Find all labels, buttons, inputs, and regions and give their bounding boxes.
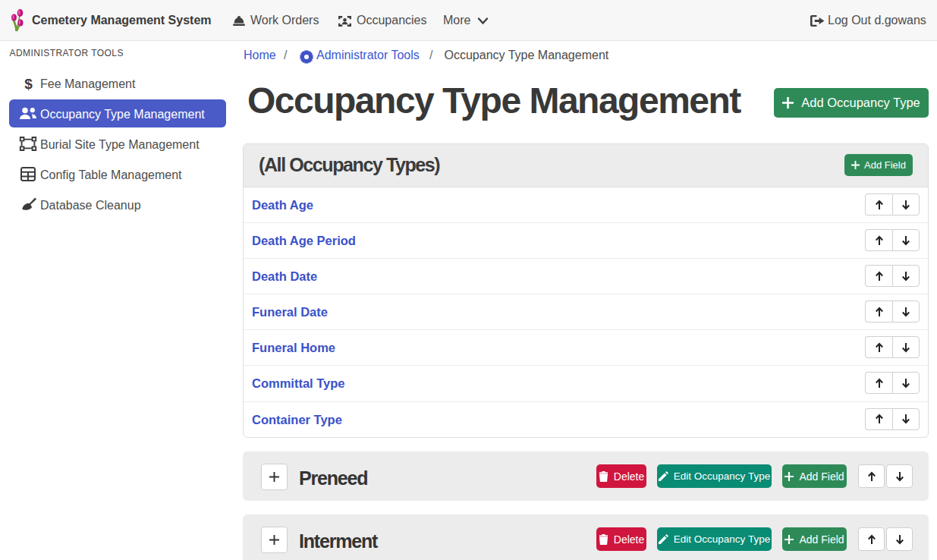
svg-text:$: $ bbox=[24, 76, 33, 91]
